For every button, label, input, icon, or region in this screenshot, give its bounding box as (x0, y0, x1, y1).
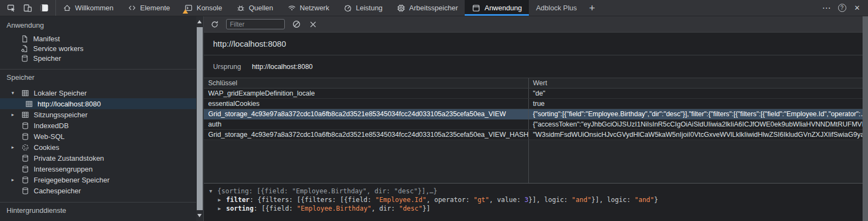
preview-sorting-text: sorting: [{field: "Employee.Birthday", d… (226, 204, 430, 213)
preview-root-object[interactable]: ▼ {sorting: [{field: "Employee.Birthday"… (204, 187, 863, 195)
preview-root-text: {sorting: [{field: "Employee.Birthday", … (217, 187, 438, 195)
sidebar-scrollbar (196, 16, 203, 221)
tab-willkommen[interactable]: Willkommen (56, 0, 121, 16)
storage-value: {"accessToken":"eyJhbGciOiJSUzI1NiIsInR5… (529, 119, 863, 129)
table-row[interactable]: Grid_storage_4c93e97a8a372cdc10a6fb8ca2d… (204, 130, 863, 140)
tab-label: Anwendung (484, 4, 522, 12)
sidebar-item-localhost-8080[interactable]: http://localhost:8080 (0, 98, 196, 109)
expand-arrow-icon[interactable]: ▸ (9, 177, 17, 182)
sidebar-item-indexeddb[interactable]: IndexedDB (0, 120, 196, 131)
storage-value: "W3sidmFsdWUiOnsicHJvcGVydHlCaW5kaW5nIjo… (529, 130, 863, 140)
tabbar-right-controls: ⋯ ? ✕ (819, 0, 868, 16)
memory-chip-icon (397, 4, 405, 12)
delete-selected-icon[interactable] (308, 19, 319, 30)
expanded-arrow-icon[interactable]: ▼ (209, 187, 217, 195)
collapsed-arrow-icon[interactable]: ▶ (218, 204, 226, 213)
sidebar-item-manifest[interactable]: Manifest (0, 34, 196, 43)
storage-key: Grid_storage_4c93e97a8a372cdc10a6fb8ca2d… (204, 130, 529, 140)
panel-scrollbar-thumb[interactable] (863, 16, 868, 221)
tab-quellen[interactable]: Quellen (229, 0, 280, 16)
sidebar-item-lokaler-speicher[interactable]: ▾ Lokaler Speicher (0, 87, 196, 98)
expand-arrow-icon[interactable]: ▸ (9, 112, 17, 117)
sidebar-item-freigegebener-speicher[interactable]: ▸ Freigegebener Speicher (0, 174, 196, 185)
bug-icon (236, 4, 245, 12)
storage-value: true (529, 99, 863, 109)
tab-konsole[interactable]: Konsole (177, 0, 229, 16)
add-tab-button[interactable]: + (584, 0, 600, 16)
sidebar-item-private-zustandstoken[interactable]: Private Zustandstoken (0, 153, 196, 163)
sidebar-scrollbar-thumb[interactable] (197, 27, 203, 210)
tab-label: Konsole (197, 4, 222, 12)
tab-elemente[interactable]: Elemente (121, 0, 177, 16)
focus-dock-icon[interactable] (36, 1, 52, 15)
sidebar-item-service-workers[interactable]: Service workers (0, 43, 196, 53)
application-sidebar: Anwendung Manifest Service workers Speic… (0, 16, 196, 221)
tab-strip: Willkommen Elemente Konsole Quellen Netz… (56, 0, 600, 16)
tab-arbeitsspeicher[interactable]: Arbeitsspeicher (390, 0, 465, 16)
database-icon (21, 187, 29, 195)
scroll-down-arrow-icon[interactable] (197, 214, 202, 217)
more-options-button[interactable]: ⋯ (819, 1, 834, 15)
sidebar-item-label: Cookies (34, 143, 59, 151)
sidebar-item-label: Cachespeicher (34, 187, 81, 195)
sidebar-item-label: Speicher (33, 54, 61, 62)
console-icon (184, 4, 193, 12)
tab-netzwerk[interactable]: Netzwerk (280, 0, 336, 16)
sidebar-item-label: Lokaler Speicher (34, 89, 87, 97)
local-storage-table: Schlüssel Wert WAP_gridExampleDefinition… (204, 78, 863, 183)
sidebar-divider (0, 69, 196, 70)
expand-arrow-icon[interactable]: ▾ (9, 90, 17, 96)
refresh-icon[interactable] (209, 19, 220, 30)
devtools-tabbar: Willkommen Elemente Konsole Quellen Netz… (0, 0, 868, 16)
tab-label: Leistung (356, 4, 383, 12)
devtools-window: Willkommen Elemente Konsole Quellen Netz… (0, 0, 868, 221)
origin-row[interactable]: Ursprung http://localhost:8080 (204, 55, 863, 78)
storage-key: WAP_gridExampleDefinition_locale (204, 89, 529, 98)
sidebar-item-label: Interessengruppen (34, 165, 92, 173)
preview-sorting-property[interactable]: ▶ sorting: [{field: "Employee.Birthday",… (204, 204, 863, 213)
table-row-selected[interactable]: Grid_storage_4c93e97a8a372cdc10a6fb8ca2d… (204, 109, 863, 119)
tab-label: Adblock Plus (536, 4, 577, 12)
table-grid-icon (25, 100, 33, 108)
sidebar-item-sitzungsspeicher[interactable]: ▸ Sitzungsspeicher (0, 109, 196, 120)
expand-arrow-icon[interactable]: ▸ (9, 144, 17, 150)
device-toolbar-icon[interactable] (20, 1, 36, 15)
sidebar-item-label: Sitzungsspeicher (34, 111, 88, 119)
tab-adblock-plus[interactable]: Adblock Plus (529, 0, 584, 16)
tab-anwendung[interactable]: Anwendung (465, 0, 529, 16)
console-warning-badge-icon (183, 9, 188, 14)
column-header-value: Wert (529, 78, 863, 88)
storage-key: essentialCookies (204, 99, 529, 109)
preview-filter-property[interactable]: ▶ filter: {filters: [{filters: [{field: … (204, 195, 863, 204)
help-button[interactable]: ? (834, 1, 850, 15)
clear-all-icon[interactable] (291, 19, 302, 30)
file-icon (21, 35, 29, 43)
local-storage-panel: http://localhost:8080 Ursprung http://lo… (203, 16, 863, 221)
collapsed-arrow-icon[interactable]: ▶ (218, 195, 226, 204)
table-row[interactable]: essentialCookies true (204, 99, 863, 109)
app-window-icon (472, 4, 480, 12)
tab-leistung[interactable]: Leistung (336, 0, 390, 16)
table-empty-area (204, 140, 863, 183)
tab-label: Arbeitsspeicher (409, 4, 458, 12)
sidebar-item-web-sql[interactable]: Web-SQL (0, 131, 196, 142)
close-icon: ✕ (854, 4, 860, 12)
cookie-icon (21, 143, 29, 151)
filter-input[interactable] (226, 19, 285, 29)
sidebar-item-label: IndexedDB (34, 122, 68, 130)
scroll-up-arrow-icon[interactable] (197, 20, 202, 23)
sidebar-item-cookies[interactable]: ▸ Cookies (0, 142, 196, 153)
sidebar-item-interessengruppen[interactable]: Interessengruppen (0, 163, 196, 174)
gauge-icon (344, 4, 352, 12)
panel-scrollbar (863, 16, 868, 221)
tab-label: Quellen (249, 4, 273, 12)
sidebar-item-label: Freigegebener Speicher (34, 176, 109, 184)
sidebar-item-label: http://localhost:8080 (38, 100, 101, 108)
sidebar-item-cachespeicher[interactable]: Cachespeicher (0, 185, 196, 196)
sidebar-item-speicher[interactable]: Speicher (0, 53, 196, 63)
table-row[interactable]: auth {"accessToken":"eyJhbGciOiJSUzI1NiI… (204, 119, 863, 130)
tab-label: Netzwerk (300, 4, 329, 12)
close-devtools-button[interactable]: ✕ (850, 1, 865, 15)
table-row[interactable]: WAP_gridExampleDefinition_locale "de" (204, 89, 863, 99)
inspect-element-icon[interactable] (3, 1, 20, 15)
